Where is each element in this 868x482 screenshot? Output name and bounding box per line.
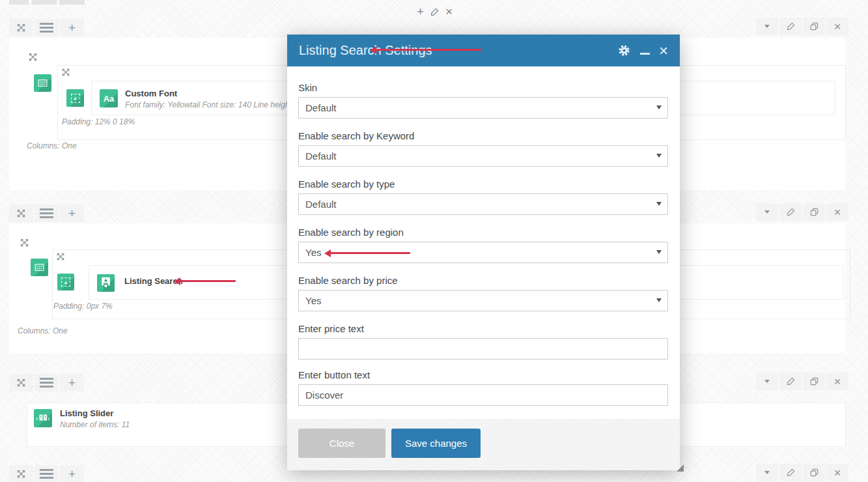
row-copy-icon[interactable] (803, 18, 825, 35)
row-add-icon[interactable]: + (60, 465, 84, 482)
search-type-select[interactable]: Default (298, 193, 668, 215)
row-toggle-icon[interactable] (756, 18, 778, 35)
chevron-down-icon (656, 298, 662, 305)
resize-grip-icon[interactable] (677, 464, 684, 472)
row4-controls-right: × (756, 464, 848, 481)
cut-off-tab (32, 0, 57, 5)
row-drag-icon[interactable] (9, 374, 33, 391)
section-padding-note: Padding: 0px 7% (53, 302, 113, 311)
select-value: Default (305, 199, 337, 210)
row-edit-icon[interactable] (779, 18, 802, 35)
annotation-arrow-title (376, 49, 481, 51)
modal-footer: Close Save changes (287, 419, 680, 470)
field-search-keyword: Enable search by Keyword Default (298, 130, 668, 167)
listing-search-icon (97, 274, 115, 292)
row-columns-icon[interactable] (34, 74, 51, 92)
row-delete-icon[interactable]: × (826, 18, 848, 35)
row2-controls-right: × (756, 203, 848, 221)
row-copy-icon[interactable] (803, 203, 825, 221)
close-icon[interactable]: × (659, 43, 668, 59)
price-text-input[interactable] (305, 339, 661, 359)
section-icon[interactable]: ▲ (66, 89, 84, 107)
element-title: Custom Font (125, 89, 309, 98)
gear-icon[interactable] (617, 44, 631, 57)
section-drag-icon[interactable] (61, 68, 71, 78)
close-button[interactable]: Close (298, 429, 385, 458)
row-add-icon[interactable]: + (60, 374, 84, 391)
select-value: Yes (305, 247, 321, 258)
chevron-left-glyph: ‹ (36, 415, 38, 422)
add-element-icon[interactable]: + (417, 5, 424, 19)
listing-search-settings-modal: Listing Search Settings × Skin Default E… (287, 35, 680, 470)
annotation-arrow-listing-search (180, 280, 236, 282)
field-label: Enable search by Keyword (298, 130, 668, 141)
field-label: Enable search by type (298, 178, 668, 190)
section-drag-icon[interactable] (56, 252, 66, 262)
cut-off-tab (9, 0, 29, 5)
row-edit-icon[interactable] (779, 203, 802, 221)
row2-controls-left: + (9, 205, 84, 222)
row-copy-icon[interactable] (803, 464, 825, 481)
select-value: Yes (305, 295, 321, 306)
field-button-text: Enter button text (298, 369, 668, 406)
modal-header[interactable]: Listing Search Settings × (287, 35, 680, 66)
aa-glyph: Aa (104, 94, 115, 104)
row-layout-icon[interactable] (35, 465, 59, 482)
select-value: Default (305, 150, 337, 162)
row-columns-icon[interactable] (31, 259, 48, 276)
save-changes-button[interactable]: Save changes (391, 429, 481, 458)
section-icon[interactable]: ▲ (57, 274, 74, 291)
row-add-icon[interactable]: + (60, 205, 84, 222)
element-title: Listing Slider (60, 408, 130, 418)
row4-controls-left: + (9, 465, 84, 482)
listing-slider-icon: ‹ › (34, 409, 52, 427)
row-copy-icon[interactable] (803, 373, 825, 390)
row-columns-note: Columns: One (18, 326, 68, 335)
element-meta: Font family: Yellowtail Font size: 140 L… (125, 100, 309, 109)
skin-select[interactable]: Default (298, 97, 668, 119)
row-drag-icon[interactable] (9, 205, 33, 222)
arrow-up-icon: ▲ (61, 277, 70, 287)
row-layout-icon[interactable] (35, 205, 59, 222)
field-label: Enter button text (298, 369, 668, 380)
row1-controls-left: + (9, 19, 84, 36)
row-drag-icon[interactable] (9, 465, 33, 482)
row-toggle-icon[interactable] (756, 464, 778, 481)
select-value: Default (305, 102, 337, 113)
row-delete-icon[interactable]: × (826, 373, 848, 390)
chevron-down-icon (656, 106, 662, 112)
row3-controls-left: + (9, 374, 84, 391)
row-toggle-icon[interactable] (756, 373, 778, 390)
field-skin: Skin Default (298, 82, 668, 119)
edit-pencil-icon[interactable] (430, 7, 440, 17)
field-label: Enable search by price (298, 275, 668, 286)
chevron-down-icon (656, 250, 662, 257)
row-delete-icon[interactable]: × (826, 464, 848, 481)
row-layout-icon[interactable] (35, 19, 59, 36)
field-search-type: Enable search by type Default (298, 178, 668, 215)
field-price-text: Enter price text (298, 323, 668, 360)
row-drag-icon[interactable] (9, 19, 33, 36)
minimize-icon[interactable] (640, 53, 650, 55)
column-drag-icon[interactable] (20, 238, 29, 248)
field-label: Enable search by region (298, 227, 668, 238)
delete-element-icon[interactable]: × (445, 5, 453, 19)
row-toggle-icon[interactable] (756, 203, 778, 221)
row-layout-icon[interactable] (35, 374, 59, 391)
row-edit-icon[interactable] (779, 373, 802, 390)
chevron-right-glyph: › (48, 415, 49, 422)
custom-font-icon: Aa (100, 89, 118, 107)
row-delete-icon[interactable]: × (826, 203, 848, 221)
search-keyword-select[interactable]: Default (298, 145, 668, 167)
button-text-input[interactable] (305, 385, 661, 405)
row1-controls-right: × (756, 18, 848, 35)
row3-controls-right: × (756, 373, 848, 390)
search-price-select[interactable]: Yes (298, 290, 668, 311)
chevron-down-icon (656, 202, 662, 208)
field-search-price: Enable search by price Yes (298, 275, 668, 311)
row-edit-icon[interactable] (779, 464, 802, 481)
column-drag-icon[interactable] (28, 52, 38, 62)
row-add-icon[interactable]: + (60, 19, 84, 36)
field-label: Skin (298, 82, 668, 93)
chevron-down-icon (656, 154, 662, 160)
